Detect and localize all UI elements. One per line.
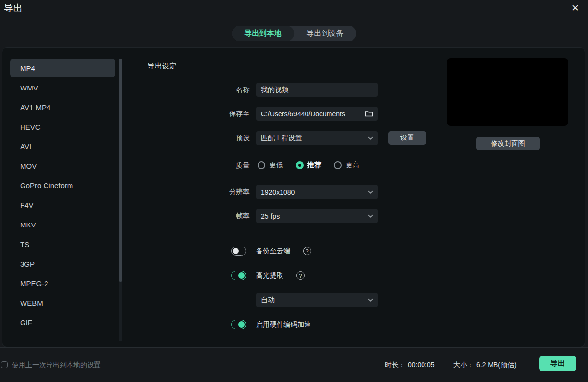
preset-value: 匹配工程设置 bbox=[261, 134, 302, 143]
save-path-input[interactable]: C:/Users/69440/Documents bbox=[256, 107, 378, 121]
highlight-mode-select[interactable]: 自动 bbox=[256, 293, 378, 307]
framerate-select[interactable]: 25 fps bbox=[256, 209, 378, 223]
save-path-value: C:/Users/69440/Documents bbox=[261, 110, 345, 118]
framerate-label: 帧率 bbox=[147, 209, 250, 223]
tab-export-local[interactable]: 导出到本地 bbox=[232, 26, 294, 41]
folder-icon[interactable] bbox=[365, 110, 373, 117]
chevron-down-icon bbox=[368, 214, 373, 218]
format-item-av1mp4[interactable]: AV1 MP4 bbox=[10, 98, 115, 116]
footer-bar: 使用上一次导出到本地的设置 时长： 00:00:05 大小： 6.2 MB(预估… bbox=[0, 347, 588, 382]
duration-value: 00:00:05 bbox=[408, 361, 435, 369]
duration-stat: 时长： bbox=[385, 361, 405, 370]
vertical-divider bbox=[133, 48, 133, 347]
export-dialog-panel: MP4 WMV AV1 MP4 HEVC AVI MOV GoPro Cinef… bbox=[2, 47, 585, 347]
highlight-mode-value: 自动 bbox=[261, 296, 275, 305]
preset-label: 预设 bbox=[147, 131, 250, 145]
backup-cloud-row: 备份至云端 ? bbox=[231, 247, 311, 256]
format-item-hevc[interactable]: HEVC bbox=[10, 117, 115, 136]
format-item-mov[interactable]: MOV bbox=[10, 157, 115, 175]
close-icon[interactable]: ✕ bbox=[568, 1, 582, 15]
resolution-label: 分辨率 bbox=[147, 185, 250, 199]
format-item-ts[interactable]: TS bbox=[10, 235, 115, 253]
video-preview-thumbnail bbox=[447, 58, 568, 126]
highlight-row: 高光提取 ? bbox=[231, 271, 305, 280]
toggle-knob bbox=[238, 272, 245, 279]
radio-quality-higher[interactable] bbox=[334, 161, 342, 169]
backup-cloud-label: 备份至云端 bbox=[256, 247, 290, 256]
help-icon[interactable]: ? bbox=[296, 271, 305, 280]
radio-quality-recommended-label[interactable]: 推荐 bbox=[307, 161, 321, 170]
save-to-label: 保存至 bbox=[147, 107, 250, 121]
sidebar-scrollbar-thumb[interactable] bbox=[119, 59, 122, 282]
sidebar-divider bbox=[20, 332, 99, 332]
format-item-goprocineform[interactable]: GoPro Cineform bbox=[10, 176, 115, 195]
toggle-knob bbox=[238, 321, 245, 328]
format-item-mp4[interactable]: MP4 bbox=[10, 59, 115, 77]
size-stat: 大小： bbox=[453, 361, 474, 370]
section-divider bbox=[153, 155, 423, 155]
toggle-knob bbox=[233, 248, 239, 254]
format-item-avi[interactable]: AVI bbox=[10, 137, 115, 156]
size-value: 6.2 MB(预估) bbox=[476, 361, 517, 370]
name-input-value: 我的视频 bbox=[261, 86, 288, 94]
export-button[interactable]: 导出 bbox=[539, 356, 576, 371]
preset-settings-button[interactable]: 设置 bbox=[388, 131, 426, 145]
backup-cloud-toggle[interactable] bbox=[231, 247, 246, 256]
settings-heading: 导出设定 bbox=[147, 62, 177, 71]
remember-settings-checkbox[interactable] bbox=[1, 361, 8, 368]
hardware-accel-row: 启用硬件编码加速 bbox=[231, 320, 311, 329]
radio-quality-lower[interactable] bbox=[258, 161, 265, 169]
resolution-value: 1920x1080 bbox=[261, 188, 295, 196]
framerate-value: 25 fps bbox=[261, 212, 280, 220]
chevron-down-icon bbox=[368, 190, 373, 194]
highlight-toggle[interactable] bbox=[231, 271, 246, 280]
format-item-3gp[interactable]: 3GP bbox=[10, 254, 115, 273]
format-item-wmv[interactable]: WMV bbox=[10, 78, 115, 97]
name-input[interactable]: 我的视频 bbox=[256, 83, 378, 97]
preset-select[interactable]: 匹配工程设置 bbox=[256, 131, 378, 145]
export-target-tabs: 导出到本地 导出到设备 bbox=[232, 26, 356, 41]
name-label: 名称 bbox=[147, 83, 250, 97]
chevron-down-icon bbox=[368, 136, 373, 140]
format-item-gif[interactable]: GIF bbox=[10, 313, 115, 332]
quality-label: 质量 bbox=[147, 161, 250, 170]
help-icon[interactable]: ? bbox=[303, 247, 311, 255]
change-cover-button[interactable]: 修改封面图 bbox=[476, 137, 540, 150]
chevron-down-icon bbox=[368, 298, 373, 302]
quality-radio-group: 更低 推荐 更高 bbox=[258, 161, 368, 170]
hardware-accel-label: 启用硬件编码加速 bbox=[256, 320, 311, 329]
resolution-select[interactable]: 1920x1080 bbox=[256, 185, 378, 199]
section-divider bbox=[153, 234, 423, 234]
format-item-f4v[interactable]: F4V bbox=[10, 196, 115, 214]
radio-quality-recommended[interactable] bbox=[296, 161, 304, 169]
window-title: 导出 bbox=[4, 2, 23, 15]
format-item-mpeg2[interactable]: MPEG-2 bbox=[10, 274, 115, 292]
remember-settings-label[interactable]: 使用上一次导出到本地的设置 bbox=[12, 361, 101, 370]
tab-export-device[interactable]: 导出到设备 bbox=[294, 26, 356, 41]
hardware-accel-toggle[interactable] bbox=[231, 320, 246, 329]
radio-quality-higher-label[interactable]: 更高 bbox=[346, 161, 359, 170]
highlight-label: 高光提取 bbox=[256, 271, 283, 280]
radio-quality-lower-label[interactable]: 更低 bbox=[269, 161, 283, 170]
format-item-mkv[interactable]: MKV bbox=[10, 215, 115, 234]
format-item-webm[interactable]: WEBM bbox=[10, 293, 115, 312]
